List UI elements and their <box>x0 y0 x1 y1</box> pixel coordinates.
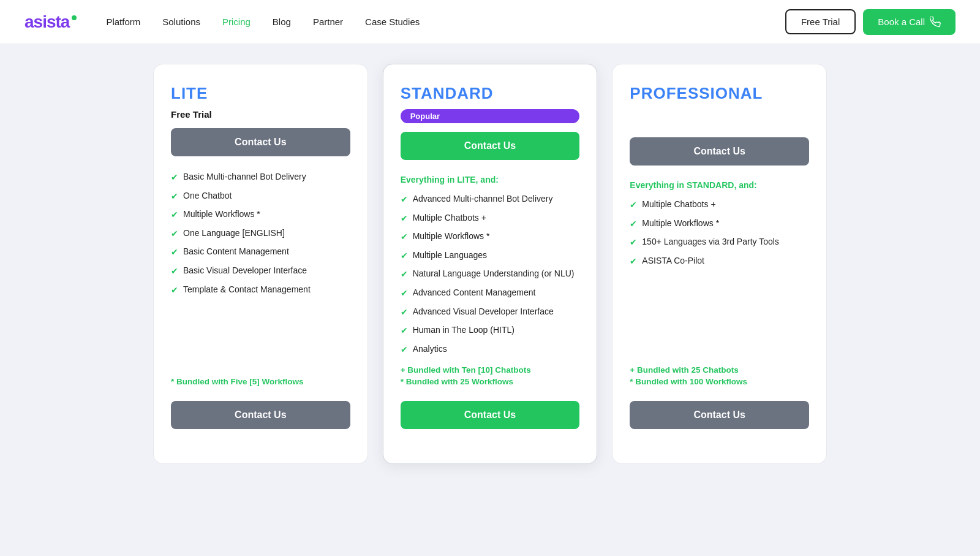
nav-pricing[interactable]: Pricing <box>222 17 251 27</box>
check-icon: ✔ <box>171 191 178 203</box>
list-item: ✔Basic Visual Developer Interface <box>171 265 350 278</box>
features-label-standard: Everything in LITE, and: <box>401 175 580 185</box>
list-item: ✔Human in The Loop (HITL) <box>401 324 580 337</box>
list-item: ✔Multiple Chatbots + <box>401 212 580 225</box>
check-icon: ✔ <box>171 246 178 259</box>
list-item: ✔Multiple Workflows * <box>401 230 580 243</box>
nav-partner[interactable]: Partner <box>313 17 343 27</box>
list-item: ✔Multiple Workflows * <box>630 218 809 230</box>
contact-btn-standard-bottom[interactable]: Contact Us <box>401 401 580 429</box>
bundled-info-professional: + Bundled with 25 Chatbots * Bundled wit… <box>630 365 809 386</box>
check-icon: ✔ <box>401 325 408 337</box>
list-item: ✔150+ Languages via 3rd Party Tools <box>630 236 809 249</box>
main-content: LITE Free Trial Contact Us ✔Basic Multi-… <box>0 44 980 493</box>
contact-btn-lite-bottom[interactable]: Contact Us <box>171 401 350 429</box>
features-list-standard: ✔Advanced Multi-channel Bot Delivery ✔Mu… <box>401 193 580 356</box>
check-icon: ✔ <box>630 256 637 268</box>
book-call-label: Book a Call <box>878 17 925 27</box>
check-icon: ✔ <box>171 209 178 221</box>
list-item: ✔Advanced Content Management <box>401 287 580 300</box>
logo-text: asista <box>24 12 69 32</box>
check-icon: ✔ <box>401 231 408 243</box>
nav-platform[interactable]: Platform <box>106 17 140 27</box>
logo[interactable]: asista <box>24 12 77 32</box>
bundled-info-standard: + Bundled with Ten [10] Chatbots * Bundl… <box>401 365 580 386</box>
bundled-workflows-standard: * Bundled with 25 Workflows <box>401 377 580 386</box>
list-item: ✔Basic Multi-channel Bot Delivery <box>171 171 350 184</box>
list-item: ✔Template & Contact Management <box>171 284 350 297</box>
contact-btn-lite-top[interactable]: Contact Us <box>171 128 350 156</box>
contact-btn-standard-top[interactable]: Contact Us <box>401 132 580 160</box>
list-item: ✔One Language [ENGLISH] <box>171 227 350 240</box>
check-icon: ✔ <box>401 213 408 225</box>
check-icon: ✔ <box>401 344 408 356</box>
list-item: ✔Multiple Chatbots + <box>630 199 809 211</box>
list-item: ✔One Chatbot <box>171 190 350 203</box>
logo-dot <box>72 15 77 20</box>
nav-case-studies[interactable]: Case Studies <box>365 17 420 27</box>
list-item: ✔Multiple Languages <box>401 249 580 262</box>
plan-title-lite: LITE <box>171 84 350 103</box>
check-icon: ✔ <box>630 218 637 230</box>
check-icon: ✔ <box>171 172 178 184</box>
phone-icon <box>930 17 941 28</box>
list-item: ✔Analytics <box>401 343 580 356</box>
list-item: ✔Natural Language Understanding (or NLU) <box>401 268 580 281</box>
plan-card-lite: LITE Free Trial Contact Us ✔Basic Multi-… <box>153 64 368 464</box>
list-item: ✔Advanced Multi-channel Bot Delivery <box>401 193 580 206</box>
pricing-grid: LITE Free Trial Contact Us ✔Basic Multi-… <box>153 64 827 464</box>
list-item: ✔Basic Content Management <box>171 246 350 259</box>
bundled-chatbots-standard: + Bundled with Ten [10] Chatbots <box>401 365 580 375</box>
spacer-professional-badge <box>630 109 809 137</box>
list-item: ✔Multiple Workflows * <box>171 208 350 221</box>
free-trial-button[interactable]: Free Trial <box>785 9 856 34</box>
contact-btn-professional-top[interactable]: Contact Us <box>630 137 809 166</box>
check-icon: ✔ <box>171 228 178 240</box>
features-list-professional: ✔Multiple Chatbots + ✔Multiple Workflows… <box>630 199 809 277</box>
plan-card-standard: STANDARD Popular Contact Us Everything i… <box>383 64 598 464</box>
plan-title-professional: PROFESSIONAL <box>630 84 809 103</box>
plan-subtitle-lite: Free Trial <box>171 109 350 120</box>
features-list-lite: ✔Basic Multi-channel Bot Delivery ✔One C… <box>171 171 350 296</box>
contact-btn-professional-bottom[interactable]: Contact Us <box>630 401 809 429</box>
check-icon: ✔ <box>171 265 178 278</box>
book-call-button[interactable]: Book a Call <box>863 9 956 35</box>
navbar: asista Platform Solutions Pricing Blog P… <box>0 0 980 44</box>
check-icon: ✔ <box>630 237 637 249</box>
plan-title-standard: STANDARD <box>401 84 580 103</box>
check-icon: ✔ <box>401 250 408 262</box>
bundled-info-lite: * Bundled with Five [5] Workflows <box>171 377 350 386</box>
list-item: ✔Advanced Visual Developer Interface <box>401 306 580 319</box>
check-icon: ✔ <box>401 307 408 319</box>
bundled-chatbots-professional: + Bundled with 25 Chatbots <box>630 365 809 375</box>
bundled-workflows-lite: * Bundled with Five [5] Workflows <box>171 377 350 386</box>
plan-card-professional: PROFESSIONAL Contact Us Everything in ST… <box>612 64 827 464</box>
nav-actions: Free Trial Book a Call <box>785 9 956 35</box>
check-icon: ✔ <box>401 268 408 281</box>
check-icon: ✔ <box>401 194 408 206</box>
nav-links: Platform Solutions Pricing Blog Partner … <box>106 17 785 27</box>
bundled-workflows-professional: * Bundled with 100 Workflows <box>630 377 809 386</box>
features-label-professional: Everything in STANDARD, and: <box>630 180 809 190</box>
popular-badge: Popular <box>401 109 580 123</box>
nav-blog[interactable]: Blog <box>273 17 291 27</box>
check-icon: ✔ <box>630 199 637 211</box>
check-icon: ✔ <box>171 284 178 297</box>
nav-solutions[interactable]: Solutions <box>162 17 200 27</box>
list-item: ✔ASISTA Co-Pilot <box>630 255 809 268</box>
check-icon: ✔ <box>401 288 408 300</box>
